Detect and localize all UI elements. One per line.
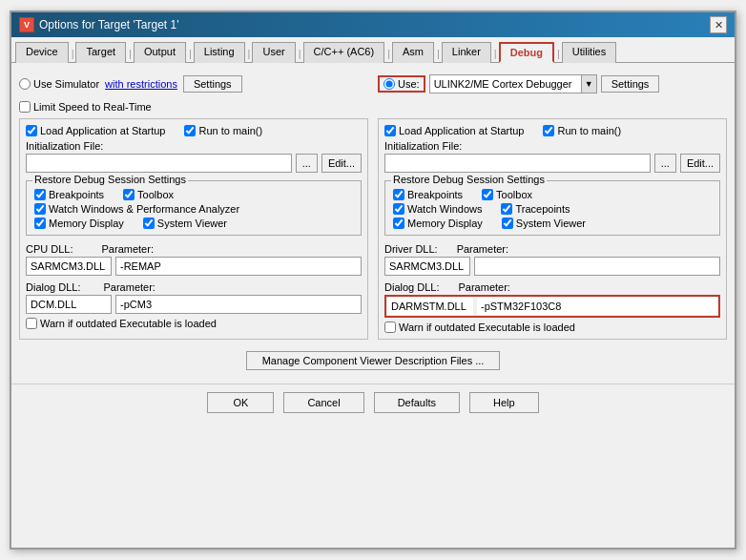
driver-dll-row	[384, 257, 720, 276]
tab-listing[interactable]: Listing	[194, 42, 245, 63]
right-system-viewer-label[interactable]: System Viewer	[502, 218, 586, 229]
right-breakpoints-checkbox[interactable]	[393, 189, 404, 200]
left-breakpoints-label[interactable]: Breakpoints	[34, 189, 104, 200]
right-run-to-main-checkbox[interactable]	[543, 125, 554, 136]
left-memory-display-checkbox[interactable]	[34, 218, 46, 229]
use-simulator-label[interactable]: Use Simulator	[19, 78, 99, 90]
right-memory-display-label[interactable]: Memory Display	[393, 218, 483, 229]
right-edit-btn[interactable]: Edit...	[680, 154, 720, 173]
debugger-arrow[interactable]: ▼	[582, 74, 597, 93]
left-edit-btn[interactable]: Edit...	[321, 154, 362, 173]
close-button[interactable]: ✕	[710, 16, 727, 33]
ok-button[interactable]: OK	[207, 392, 274, 413]
left-dialog-dll-input[interactable]	[26, 295, 112, 314]
title-bar: V Options for Target 'Target 1' ✕	[11, 12, 735, 37]
right-warn-row: Warn if outdated Executable is loaded	[384, 321, 720, 333]
tab-user[interactable]: User	[252, 42, 295, 63]
two-col-section: Load Application at Startup Run to main(…	[19, 118, 727, 340]
right-tracepoints-checkbox[interactable]	[501, 203, 512, 215]
left-warn-label[interactable]: Warn if outdated Executable is loaded	[26, 318, 217, 329]
cpu-param-input[interactable]	[115, 257, 362, 276]
right-toolbox-checkbox[interactable]	[482, 189, 493, 200]
left-run-to-main-label[interactable]: Run to main()	[184, 125, 262, 136]
left-warn-row: Warn if outdated Executable is loaded	[26, 318, 362, 329]
cpu-dll-row	[26, 257, 362, 276]
right-watch-windows-label[interactable]: Watch Windows	[393, 203, 482, 215]
right-toolbox-label[interactable]: Toolbox	[482, 189, 532, 200]
right-warn-checkbox[interactable]	[384, 321, 396, 333]
left-watch-windows-label[interactable]: Watch Windows & Performance Analyzer	[34, 203, 353, 215]
app-icon: V	[19, 17, 34, 32]
help-button[interactable]: Help	[469, 392, 539, 413]
tab-output[interactable]: Output	[134, 42, 186, 63]
right-restore-group-title: Restore Debug Session Settings	[391, 174, 547, 185]
tab-linker[interactable]: Linker	[442, 42, 491, 63]
left-dialog-dll-row	[26, 295, 362, 314]
left-dialog-dll-label: Dialog DLL:	[26, 281, 80, 293]
left-ellipsis-btn[interactable]: ...	[296, 154, 318, 173]
dialog-window: V Options for Target 'Target 1' ✕ Device…	[10, 10, 736, 550]
right-load-app-checkbox[interactable]	[384, 125, 396, 136]
tab-utilities[interactable]: Utilities	[562, 42, 616, 63]
left-init-file-label: Initialization File:	[26, 140, 362, 152]
right-load-app-label[interactable]: Load Application at Startup	[384, 125, 524, 136]
manage-btn[interactable]: Manage Component Viewer Description File…	[246, 351, 501, 370]
left-breakpoints-checkbox[interactable]	[34, 189, 46, 200]
use-simulator-radio[interactable]	[19, 78, 31, 90]
use-debugger-radio[interactable]	[383, 78, 395, 90]
cancel-button[interactable]: Cancel	[283, 392, 363, 413]
right-dialog-param-label: Parameter:	[458, 281, 509, 293]
limit-speed-checkbox[interactable]	[19, 101, 31, 113]
right-breakpoints-label[interactable]: Breakpoints	[393, 189, 463, 200]
tab-asm[interactable]: Asm	[392, 42, 434, 63]
left-restore-group: Restore Debug Session Settings Breakpoin…	[26, 180, 362, 236]
left-toolbox-checkbox[interactable]	[123, 189, 135, 200]
title-text: Options for Target 'Target 1'	[39, 18, 178, 31]
right-watch-windows-checkbox[interactable]	[393, 203, 404, 215]
driver-param-input[interactable]	[474, 257, 720, 276]
left-dialog-param-input[interactable]	[115, 295, 362, 314]
right-dialog-param-input[interactable]	[477, 298, 717, 315]
cpu-dll-input[interactable]	[26, 257, 112, 276]
left-system-viewer-checkbox[interactable]	[143, 218, 155, 229]
left-init-file-input[interactable]	[26, 154, 292, 173]
simulator-section: Use Simulator with restrictions Settings	[19, 74, 368, 93]
right-tracepoints-label[interactable]: Tracepoints	[501, 203, 570, 215]
right-system-viewer-checkbox[interactable]	[502, 218, 513, 229]
simulator-settings-btn[interactable]: Settings	[183, 75, 242, 93]
manage-btn-row: Manage Component Viewer Description File…	[19, 351, 727, 370]
left-init-file-row: ... Edit...	[26, 154, 362, 173]
main-content: Use Simulator with restrictions Settings…	[11, 63, 735, 378]
right-section: Load Application at Startup Run to main(…	[378, 118, 727, 340]
tab-device[interactable]: Device	[15, 42, 69, 63]
tab-target[interactable]: Target	[75, 42, 126, 63]
right-init-file-label: Initialization File:	[384, 140, 720, 152]
left-system-viewer-label[interactable]: System Viewer	[143, 218, 227, 229]
right-ellipsis-btn[interactable]: ...	[654, 154, 676, 173]
right-warn-label[interactable]: Warn if outdated Executable is loaded	[384, 321, 575, 333]
tab-cpp[interactable]: C/C++ (AC6)	[303, 42, 385, 63]
right-run-to-main-label[interactable]: Run to main()	[543, 125, 621, 136]
tab-debug[interactable]: Debug	[499, 42, 554, 63]
defaults-button[interactable]: Defaults	[374, 392, 460, 413]
debugger-input[interactable]	[429, 74, 582, 93]
right-dialog-dll-input[interactable]	[387, 298, 473, 315]
left-load-app-checkbox[interactable]	[26, 125, 37, 136]
left-watch-windows-checkbox[interactable]	[34, 203, 46, 215]
limit-speed-label[interactable]: Limit Speed to Real-Time	[19, 101, 368, 113]
title-bar-left: V Options for Target 'Target 1'	[19, 17, 178, 32]
driver-dll-input[interactable]	[384, 257, 470, 276]
right-memory-display-checkbox[interactable]	[393, 218, 404, 229]
right-init-file-input[interactable]	[384, 154, 651, 173]
left-toolbox-label[interactable]: Toolbox	[123, 189, 174, 200]
left-restore-group-title: Restore Debug Session Settings	[32, 174, 188, 185]
debugger-settings-btn[interactable]: Settings	[601, 75, 660, 93]
left-warn-checkbox[interactable]	[26, 318, 37, 329]
limit-speed-row: Limit Speed to Real-Time	[19, 101, 727, 113]
dialog-footer: OK Cancel Defaults Help	[11, 384, 735, 421]
with-restrictions-link[interactable]: with restrictions	[105, 78, 177, 90]
left-memory-display-label[interactable]: Memory Display	[34, 218, 124, 229]
left-load-app-label[interactable]: Load Application at Startup	[26, 125, 165, 136]
left-run-to-main-checkbox[interactable]	[184, 125, 196, 136]
left-dialog-param-label: Parameter:	[103, 281, 155, 293]
